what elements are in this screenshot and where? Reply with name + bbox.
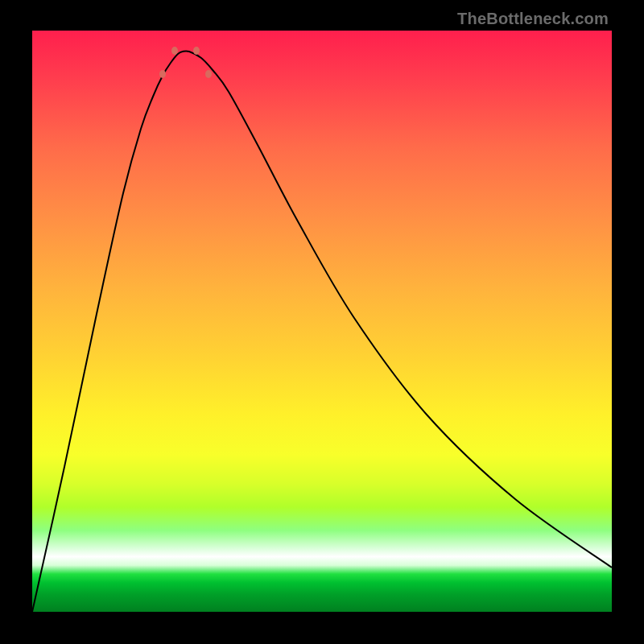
chart-container: TheBottleneck.com (0, 0, 644, 644)
bottleneck-curve (32, 51, 612, 612)
marker-trough-left (171, 47, 178, 55)
plot-area (32, 31, 612, 612)
marker-left-shoulder-top (159, 70, 166, 78)
marker-right-shoulder-top (205, 70, 212, 78)
marker-trough-right (193, 47, 200, 55)
watermark-text: TheBottleneck.com (457, 10, 609, 28)
curve-layer (32, 31, 612, 612)
